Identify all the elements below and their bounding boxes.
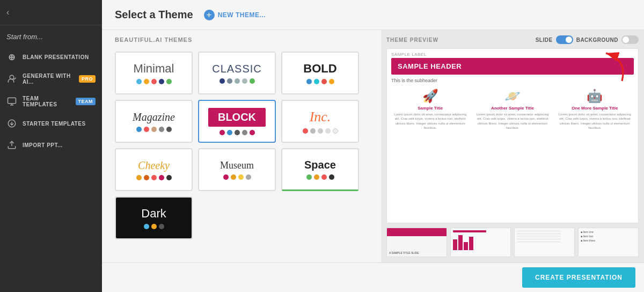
dot [231,174,236,180]
preview-thumb-3[interactable] [514,228,575,257]
theme-name-bold: BOLD [303,62,336,76]
slide-col-icon-2: 🪐 [473,89,551,104]
thumb-2-bar [453,230,486,232]
theme-card-block[interactable]: BLOCK [198,100,276,143]
create-btn-wrapper: CREATE PRESENTATION [102,262,644,292]
main-header: Select a Theme + NEW THEME... [102,0,644,30]
theme-dots-cheeky [136,175,172,180]
theme-card-museum[interactable]: Museum [198,148,276,191]
slide-col-icon-1: 🚀 [391,89,469,104]
start-from-label: Start from... [0,25,102,46]
dot [321,174,327,180]
dot [325,128,331,134]
theme-name-minimal: Minimal [134,62,174,76]
dot [144,79,149,84]
generate-ai-label: GENERATE WITH AI... [23,73,74,85]
row [517,241,561,243]
theme-card-magazine[interactable]: Magazine [115,100,193,143]
background-toggle-label: BACKGROUND [576,37,618,43]
svg-rect-1 [8,98,16,104]
block-header: BLOCK [208,108,266,127]
slide-toggle-switch[interactable] [556,35,573,44]
new-theme-button[interactable]: + NEW THEME... [204,10,266,20]
theme-card-cheeky[interactable]: Cheeky [115,148,193,191]
row [517,238,561,240]
dot [166,175,172,180]
dot [314,79,319,84]
dot [144,175,149,180]
dot [306,79,312,84]
theme-card-inc[interactable]: Inc. [281,100,359,143]
thumb-4-text: ■ Item one [581,230,636,233]
dot [329,79,334,84]
dot [321,79,327,84]
preview-title: THEME PREVIEW [386,37,438,43]
thumb-2-inner [451,228,510,257]
bar [464,242,468,250]
dot [318,128,323,134]
create-presentation-button[interactable]: CREATE PRESENTATION [522,267,635,288]
slide-col-2: 🪐 Another Sample Title Lorem ipsum dolor… [473,89,551,130]
slide-col-title-3: One More Sample Title [556,106,634,111]
bar [458,235,463,250]
theme-card-space[interactable]: Space [281,148,359,191]
dot [333,128,338,134]
theme-name-classic: CLASSIC [212,63,262,75]
dot [329,174,334,180]
dot [151,175,157,180]
sidebar-item-generate-ai[interactable]: GENERATE WITH AI... PRO [0,68,102,90]
theme-name-museum: Museum [220,160,254,171]
dot [144,224,149,229]
back-icon[interactable]: ‹ [6,8,9,17]
blank-icon: ⊕ [6,52,17,62]
import-icon [6,140,17,150]
sidebar-item-starter-templates[interactable]: STARTER TEMPLATES [0,113,102,134]
sidebar-item-blank[interactable]: ⊕ BLANK PRESENTATION [0,46,102,68]
dot [159,79,164,84]
preview-thumb-2[interactable] [450,228,511,257]
preview-thumbs: A SAMPLE TITLE SLIDE [386,228,639,257]
pro-badge: PRO [79,75,96,83]
thumb-3-inner [515,228,574,257]
theme-dots-minimal [136,79,172,84]
slide-col-3: 🤖 One More Sample Title Lorem ipsum dolo… [556,89,634,130]
dot [242,130,247,135]
row [517,233,561,235]
slide-bg-toggle: SLIDE BACKGROUND [536,35,639,44]
preview-thumb-4[interactable]: ■ Item one ■ Item two ■ Item three [578,228,639,257]
theme-dots-magazine [136,127,172,132]
slide-col-title-1: Sample Title [391,106,469,111]
theme-card-dark[interactable]: Dark [115,196,193,239]
slide-col-text-2: Lorem ipsum dolor sit amet, consectetur … [473,112,551,130]
theme-dots-bold [306,79,334,84]
theme-name-space: Space [304,159,336,171]
dot [242,78,247,84]
theme-name-inc: Inc. [310,109,331,125]
sidebar: ‹ Start from... ⊕ BLANK PRESENTATION GEN… [0,0,102,292]
theme-dots-museum [223,174,251,180]
dot [144,127,149,132]
background-toggle-switch[interactable] [621,35,639,44]
theme-card-classic[interactable]: CLASSIC [198,52,276,94]
thumb-4-text-2: ■ Item two [581,235,636,238]
slide-col-text-1: Lorem ipsum dolor sit amet, consectetur … [391,112,469,130]
theme-name-magazine: Magazine [133,111,175,123]
slide-header-bar: SAMPLE HEADER [391,58,634,75]
sidebar-item-team-templates[interactable]: TEAM TEMPLATES TEAM [0,90,102,113]
dot [151,127,157,132]
sidebar-item-import-ppt[interactable]: IMPORT PPT... [0,134,102,156]
dot [219,78,225,84]
toggle-knob-bg [623,36,629,43]
thumb-2-chart [453,234,508,250]
theme-card-bold[interactable]: BOLD [281,52,359,94]
theme-dots-dark [144,224,164,229]
dot [166,79,172,84]
dot [235,130,240,135]
thumb-4-text-3: ■ Item three [581,239,636,242]
slide-col-1: 🚀 Sample Title Lorem ipsum dolor sit ame… [391,89,469,130]
dot [310,128,316,134]
dot [151,79,157,84]
theme-card-minimal[interactable]: Minimal [115,52,193,94]
preview-thumb-1[interactable]: A SAMPLE TITLE SLIDE [386,228,447,257]
preview-panel: THEME PREVIEW SLIDE BACKGROUND [381,30,644,262]
